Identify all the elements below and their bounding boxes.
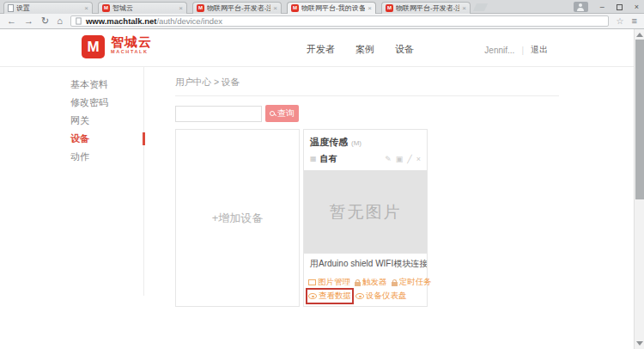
link-device-dashboard[interactable]: 设备仪表盘 xyxy=(355,291,407,302)
machtalk-favicon-icon: M xyxy=(386,4,393,12)
lock-icon xyxy=(355,282,361,286)
sidebar-item-label: 设备 xyxy=(70,133,89,144)
edit-icon[interactable]: ✎ xyxy=(385,155,392,163)
tab-title: 物联网平台-我的设备 xyxy=(301,3,365,13)
browser-tab-strip: 设置 × M 智城云 × M 物联网平台-开发者-注册... × M 物联网平台… xyxy=(0,0,644,14)
tab-close-icon[interactable]: × xyxy=(462,5,466,12)
sidebar-item-devices[interactable]: 设备 xyxy=(69,130,143,148)
tab-title: 物联网平台-开发者-注册... xyxy=(396,3,459,13)
add-device-label: +增加设备 xyxy=(212,211,264,226)
settings-icon[interactable]: ▣ xyxy=(396,155,404,163)
scroll-down-arrow-icon[interactable] xyxy=(636,341,643,346)
sidebar-item-actions[interactable]: 动作 xyxy=(69,148,143,166)
tab-settings[interactable]: 设置 × xyxy=(3,2,93,14)
lock-icon xyxy=(392,282,398,286)
window-minimize-button[interactable]: – xyxy=(600,3,605,11)
breadcrumb: 用户中心 > 设备 xyxy=(175,77,644,89)
site-logo[interactable]: M 智城云 MACHTALK xyxy=(82,35,152,58)
sidebar-item-change-password[interactable]: 修改密码 xyxy=(69,94,143,112)
tab-close-icon[interactable]: × xyxy=(368,5,372,12)
device-name: 温度传感 xyxy=(310,136,348,149)
search-input[interactable] xyxy=(175,106,262,122)
browser-toolbar: ← → ↻ ⌂ www.machtalk.net/auth/device/ind… xyxy=(0,14,644,29)
url-path: /auth/device/index xyxy=(156,16,222,26)
scroll-up-arrow-icon[interactable] xyxy=(636,33,643,37)
link-triggers[interactable]: 触发器 xyxy=(355,277,387,288)
url-host: www.machtalk.net xyxy=(86,16,157,26)
link-image-management[interactable]: 图片管理 xyxy=(308,277,350,288)
tab-developer-register-2[interactable]: M 物联网平台-开发者-注册... × xyxy=(381,2,471,14)
profile-icon[interactable] xyxy=(574,2,588,12)
tab-close-icon[interactable]: × xyxy=(179,5,183,12)
search-button[interactable]: 查询 xyxy=(265,105,299,122)
device-card: 温度传感 (M) ▦ 自有 ✎ ▣ ╱ × xyxy=(303,129,428,307)
device-image-placeholder: 暂无图片 xyxy=(304,170,427,254)
sidebar-item-gateway[interactable]: 网关 xyxy=(69,112,143,130)
machtalk-favicon-icon: M xyxy=(102,4,110,12)
device-card-grid: +增加设备 温度传感 (M) ▦ 自有 ✎ ▣ xyxy=(175,129,644,307)
username[interactable]: Jennif... xyxy=(484,46,514,55)
search-icon xyxy=(270,111,276,117)
link-label: 定时任务 xyxy=(399,277,432,288)
back-icon[interactable]: ← xyxy=(7,16,16,26)
sidebar-item-basic-info[interactable]: 基本资料 xyxy=(69,76,143,94)
url-text: www.machtalk.net/auth/device/index xyxy=(86,16,222,26)
sidebar-item-label: 网关 xyxy=(70,115,89,126)
top-nav: 开发者 案例 设备 xyxy=(307,43,414,56)
reload-icon[interactable]: ↻ xyxy=(41,16,49,26)
search-button-label: 查询 xyxy=(277,107,295,119)
main-content: 用户中心 > 设备 查询 +增加设备 温度传感 (M) xyxy=(144,67,644,349)
menu-icon[interactable]: ≡ xyxy=(632,16,637,26)
tab-title: 智城云 xyxy=(112,3,176,13)
page-scrollbar[interactable] xyxy=(634,29,644,349)
link-label: 触发器 xyxy=(362,277,387,288)
link-scheduled-tasks[interactable]: 定时任务 xyxy=(392,277,432,288)
logo-subtext: MACHTALK xyxy=(111,49,152,54)
machtalk-favicon-icon: M xyxy=(291,4,299,12)
link-label: 图片管理 xyxy=(318,277,350,288)
sidebar: 基本资料 修改密码 网关 设备 动作 xyxy=(69,67,144,296)
window-close-button[interactable]: × xyxy=(635,3,639,11)
tab-developer-register-1[interactable]: M 物联网平台-开发者-注册... × xyxy=(192,2,282,14)
tab-close-icon[interactable]: × xyxy=(273,5,277,12)
tab-my-devices-active[interactable]: M 物联网平台-我的设备 × xyxy=(287,2,376,14)
sidebar-item-label: 动作 xyxy=(70,151,89,162)
ownership-label: 自有 xyxy=(320,153,382,165)
home-icon[interactable]: ⌂ xyxy=(57,16,63,26)
grid-icon: ▦ xyxy=(310,156,317,162)
link-label: 设备仪表盘 xyxy=(366,291,407,302)
page-favicon-icon xyxy=(8,4,14,12)
eye-icon xyxy=(355,293,364,299)
tab-title: 物联网平台-开发者-注册... xyxy=(207,3,270,13)
tab-title: 设置 xyxy=(16,3,82,13)
link-view-data[interactable]: 查看数据 xyxy=(308,291,351,302)
address-bar[interactable]: www.machtalk.net/auth/device/index xyxy=(70,15,609,27)
eye-icon xyxy=(308,293,317,299)
user-area: Jennif... | 退出 xyxy=(484,44,548,56)
tab-machtalk-home[interactable]: M 智城云 × xyxy=(98,2,187,14)
window-maximize-button[interactable] xyxy=(617,4,623,10)
nav-item-developer[interactable]: 开发者 xyxy=(307,43,335,56)
delete-icon[interactable]: × xyxy=(416,155,421,163)
separator: | xyxy=(521,46,524,55)
picture-icon xyxy=(308,279,316,285)
page-icon xyxy=(76,17,81,24)
sidebar-item-label: 基本资料 xyxy=(70,79,108,89)
bookmark-star-icon[interactable]: ☆ xyxy=(617,17,624,26)
link-label: 查看数据 xyxy=(319,291,351,302)
sidebar-item-label: 修改密码 xyxy=(70,97,108,107)
logout-link[interactable]: 退出 xyxy=(531,44,548,56)
active-indicator-bar xyxy=(143,132,145,145)
tab-close-icon[interactable]: × xyxy=(84,5,88,12)
scrollbar-thumb[interactable] xyxy=(635,40,644,199)
page-viewport: M 智城云 MACHTALK 开发者 案例 设备 Jennif... | 退出 … xyxy=(0,29,644,349)
add-device-card[interactable]: +增加设备 xyxy=(175,129,300,307)
machtalk-favicon-icon: M xyxy=(197,4,204,12)
site-header: M 智城云 MACHTALK 开发者 案例 设备 Jennif... | 退出 xyxy=(0,29,644,67)
nav-item-cases[interactable]: 案例 xyxy=(355,43,374,56)
divider xyxy=(175,95,559,96)
pen-icon[interactable]: ╱ xyxy=(407,155,411,163)
forward-icon[interactable]: → xyxy=(24,16,33,26)
nav-item-devices[interactable]: 设备 xyxy=(395,43,414,56)
new-tab-button[interactable] xyxy=(473,3,488,11)
